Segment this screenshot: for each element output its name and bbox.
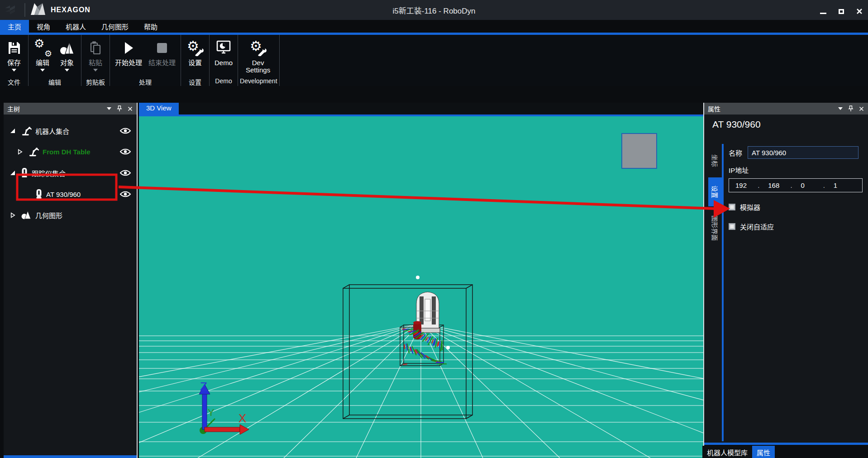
ribbon-group-label-process: 处理 — [112, 76, 179, 86]
tree-item-at-930-960[interactable]: AT 930/960 — [4, 186, 137, 202]
ribbon-toolbar: 保存 文件 ⚙⚙ 编辑 — [0, 33, 868, 86]
tree-panel-titlebar: 主树 — [4, 103, 137, 114]
side-tabs-accent-line — [722, 144, 724, 441]
panel-bottom-accent — [4, 455, 137, 458]
properties-panel-titlebar: 属性 — [704, 103, 868, 114]
pin-button[interactable] — [848, 105, 854, 112]
pin-button[interactable] — [116, 105, 123, 112]
panel-menu-button[interactable] — [106, 105, 112, 112]
demo-button[interactable]: Demo — [211, 36, 236, 76]
eye-icon[interactable] — [119, 169, 131, 178]
viewport-tabbar: 3D View — [139, 103, 703, 114]
scene-point — [446, 346, 450, 349]
eye-icon[interactable] — [119, 191, 131, 200]
axis-x-label: X — [238, 411, 246, 425]
scene-objects: Z X Y — [139, 116, 703, 458]
properties-panel: 属性 AT 930/960 坐标 设置 图形界面 名称 IP地址 192 . 1… — [704, 103, 868, 445]
menu-tab-view[interactable]: 视角 — [29, 20, 58, 33]
dropdown-caret-icon[interactable] — [40, 69, 45, 72]
tab-coordinates[interactable]: 坐标 — [708, 144, 722, 177]
dev-settings-button[interactable]: ⚙ Dev Settings — [240, 36, 276, 76]
disable-adaptive-checkbox-row[interactable]: 关闭自适应 — [729, 222, 863, 231]
name-input[interactable] — [748, 146, 858, 159]
tab-robot-model-library[interactable]: 机器人模型库 — [702, 446, 752, 458]
ip-octet-1[interactable]: 192 — [735, 181, 758, 189]
tree-item-from-dh-table[interactable]: From DH Table — [4, 143, 137, 160]
dropdown-caret-icon[interactable] — [12, 69, 16, 72]
ribbon-group-development: ⚙ Dev Settings Development — [238, 35, 280, 86]
menu-tab-robot[interactable]: 机器人 — [58, 20, 94, 33]
tab-settings[interactable]: 设置 — [708, 177, 722, 206]
expander-closed-icon[interactable] — [18, 149, 23, 155]
paste-icon — [88, 38, 103, 58]
axis-y-label: Y — [208, 407, 215, 418]
menubar: 主页 视角 机器人 几何图形 帮助 — [0, 20, 868, 33]
expander-open-icon[interactable] — [10, 171, 15, 175]
disable-adaptive-checkbox[interactable] — [729, 223, 735, 230]
gear-wrench-icon: ⚙ — [250, 38, 266, 58]
ribbon-group-process: 开始处理 结束处理 处理 — [110, 35, 181, 86]
bounding-box-large — [343, 285, 472, 419]
ribbon-group-file: 保存 文件 — [0, 35, 29, 86]
panel-menu-button[interactable] — [837, 105, 844, 112]
gray-square[interactable] — [622, 134, 657, 168]
ip-dot: . — [758, 181, 768, 189]
save-button[interactable]: 保存 — [2, 36, 26, 76]
robot-arm-icon — [21, 125, 32, 136]
tree-item-label: AT 930/960 — [46, 191, 81, 198]
tab-properties[interactable]: 属性 — [752, 446, 775, 458]
settings-button[interactable]: ⚙ 设置 — [183, 36, 207, 76]
tree-item-geometry[interactable]: 几何图形 — [4, 207, 137, 223]
ip-octet-3[interactable]: 0 — [801, 181, 823, 189]
ribbon-group-label-demo: Demo — [211, 76, 236, 86]
end-process-button[interactable]: 结束处理 — [145, 36, 179, 76]
ip-octet-2[interactable]: 168 — [768, 181, 790, 189]
close-icon — [128, 106, 133, 111]
close-button[interactable] — [855, 8, 863, 14]
maximize-button[interactable] — [837, 8, 845, 14]
eye-icon[interactable] — [119, 127, 131, 136]
selected-object-title: AT 930/960 — [712, 119, 761, 130]
tab-graphics[interactable]: 图形界面 — [708, 206, 722, 250]
axis-triad: Z X Y — [199, 380, 249, 434]
paste-label: 粘贴 — [89, 59, 102, 67]
menu-tab-geometry[interactable]: 几何图形 — [94, 20, 136, 33]
tree-item-label: From DH Table — [43, 148, 91, 156]
simulator-checkbox-row[interactable]: 模拟器 — [729, 202, 863, 212]
object-button[interactable]: 对象 — [55, 36, 79, 76]
settings-label: 设置 — [188, 59, 202, 67]
eye-icon[interactable] — [119, 148, 131, 157]
ip-input[interactable]: 192 . 168 . 0 . 1 — [729, 178, 863, 192]
ip-octet-4[interactable]: 1 — [834, 181, 856, 189]
edit-button[interactable]: ⚙⚙ 编辑 — [30, 36, 55, 76]
panel-close-button[interactable] — [127, 105, 133, 112]
close-icon — [856, 8, 863, 14]
chevron-down-icon — [838, 107, 843, 110]
menu-tab-home[interactable]: 主页 — [0, 20, 29, 33]
simulator-checkbox[interactable] — [729, 204, 735, 210]
ribbon-group-label-development: Development — [240, 76, 277, 86]
dropdown-caret-icon[interactable] — [65, 69, 69, 72]
panel-close-button[interactable] — [858, 105, 864, 112]
scene-3d[interactable]: Z X Y — [139, 116, 703, 458]
robot-arm-icon — [28, 146, 39, 157]
ribbon-group-label-file: 文件 — [2, 76, 26, 86]
maximize-icon — [839, 9, 844, 14]
save-icon — [6, 38, 22, 58]
expander-closed-icon[interactable] — [10, 212, 15, 218]
start-process-button[interactable]: 开始处理 — [112, 36, 145, 76]
ribbon-group-settings: ⚙ 设置 设置 — [181, 35, 210, 86]
dev-settings-label: Dev Settings — [243, 59, 273, 74]
tree-item-label: 跟踪仪集合 — [32, 168, 66, 178]
expander-open-icon[interactable] — [10, 129, 15, 133]
tab-3d-view[interactable]: 3D View — [139, 103, 179, 114]
play-icon — [121, 38, 136, 58]
viewport-3d: 3D View — [139, 103, 704, 458]
tracker-icon — [21, 167, 28, 178]
tree-item-robot-collection[interactable]: 机器人集合 — [4, 123, 137, 139]
minimize-button[interactable] — [819, 8, 827, 14]
tree-item-tracker-collection[interactable]: 跟踪仪集合 — [4, 165, 137, 181]
tree-panel: 主树 机器人集合 From DH Table — [4, 103, 138, 458]
menu-tab-help[interactable]: 帮助 — [136, 20, 165, 33]
paste-button[interactable]: 粘贴 — [83, 36, 108, 76]
